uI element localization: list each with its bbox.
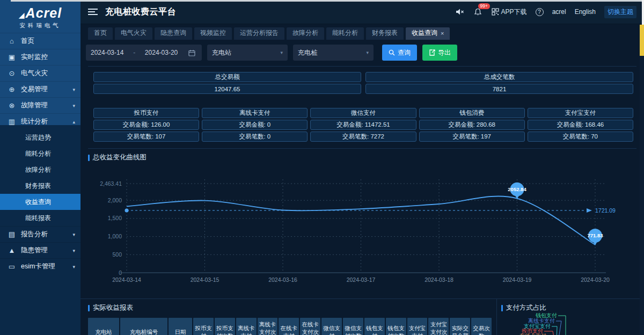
station-select[interactable]: 充电站 ▾: [207, 45, 288, 61]
tab-close-icon[interactable]: ×: [441, 30, 444, 37]
revenue-chart-title: 总收益变化曲线图: [88, 153, 644, 162]
notification-bell-icon[interactable]: 99+: [473, 7, 483, 17]
payment-card-count: 交易笔数: 107: [93, 132, 199, 142]
tab-故障分析[interactable]: 故障分析: [287, 27, 324, 40]
search-icon: [389, 49, 395, 56]
summary-card-value: 7821: [365, 84, 633, 94]
svg-text:2024-03-18: 2024-03-18: [425, 276, 453, 283]
date-start[interactable]: 2024-03-14: [91, 49, 123, 56]
table-column-交易次数: 交易次数: [471, 318, 492, 335]
help-icon[interactable]: ?: [536, 8, 544, 16]
mute-icon[interactable]: [455, 7, 465, 17]
pile-select[interactable]: 充电桩 ▾: [293, 45, 374, 61]
sidebar-subitem-能耗分析[interactable]: 能耗分析: [0, 145, 80, 162]
tab-首页[interactable]: 首页: [88, 27, 113, 40]
scrollbar-track-top: [642, 0, 644, 25]
title-accent-bar: [501, 305, 503, 311]
sidebar-item-隐患管理[interactable]: ▲隐患管理▾: [0, 242, 80, 258]
date-end[interactable]: 2024-03-20: [145, 49, 178, 56]
svg-text:2024-03-20: 2024-03-20: [581, 276, 610, 283]
table-column-充电站: 充电站: [88, 318, 119, 335]
query-button[interactable]: 查询: [382, 45, 417, 61]
page-title: 充电桩收费云平台: [105, 6, 176, 18]
summary-card: 总交易额12047.65: [93, 72, 361, 94]
transaction-icon: ⊕: [8, 85, 16, 93]
sidebar-menu: ⌂首页▣实时监控⊙电气火灾⊕交易管理▾⊗故障管理▾▥统计分析▴: [0, 33, 80, 129]
collapse-menu-icon[interactable]: [88, 9, 98, 15]
svg-text:500: 500: [112, 251, 122, 258]
sidebar-item-报告分析[interactable]: ▤报告分析▾: [0, 226, 80, 242]
tab-视频监控[interactable]: 视频监控: [194, 27, 232, 40]
chevron-down-icon: ▾: [72, 87, 75, 92]
sidebar-subitem-收益查询[interactable]: 收益查询: [0, 194, 80, 210]
tab-收益查询[interactable]: 收益查询×: [406, 27, 450, 40]
payment-cards: 投币支付交易金额: 126.00交易笔数: 107离线卡支付交易金额: 0交易笔…: [80, 98, 644, 148]
svg-text:2,463.41: 2,463.41: [100, 180, 122, 187]
username[interactable]: acrel: [552, 8, 566, 16]
summary-card-value: 12047.65: [93, 84, 361, 94]
sidebar-item-实时监控[interactable]: ▣实时监控: [0, 49, 80, 65]
top-bar: 充电桩收费云平台 99+ APP下载 ? acrel English 切换主题: [80, 0, 644, 24]
calendar-icon[interactable]: [187, 48, 197, 57]
chevron-down-icon: ▾: [72, 232, 75, 237]
chevron-down-icon: ▾: [72, 248, 75, 253]
sidebar-item-电气火灾[interactable]: ⊙电气火灾: [0, 65, 80, 81]
table-column-在线卡支付次数: 在线卡支付次数: [300, 318, 320, 335]
svg-text:在线卡支付: 在线卡支付: [519, 333, 546, 335]
payment-pie-chart: 钱包支付离线卡支付支付宝支付投币支付在线卡支付: [501, 312, 635, 335]
sidebar-subitem-财务报表[interactable]: 财务报表: [0, 178, 80, 194]
topbar-actions: 99+ APP下载 ? acrel English 切换主题: [455, 6, 636, 18]
tab-财务报表[interactable]: 财务报表: [366, 27, 404, 40]
tab-label: 电气火灾: [121, 28, 147, 38]
chevron-up-icon: ▴: [72, 119, 75, 125]
tab-label: 收益查询: [412, 28, 437, 38]
sidebar-item-首页[interactable]: ⌂首页: [0, 33, 80, 49]
summary-card: 总成交笔数7821: [365, 72, 633, 94]
language-switch[interactable]: English: [575, 8, 596, 16]
fault-icon: ⊗: [8, 101, 16, 110]
sidebar-item-label: 统计分析: [21, 117, 48, 126]
title-accent-bar: [88, 155, 90, 161]
fire-icon: ⊙: [8, 69, 16, 77]
sidebar-item-label: esim卡管理: [21, 262, 55, 271]
table-column-实际交易金额: 实际交易金额: [450, 318, 470, 335]
tab-电气火灾[interactable]: 电气火灾: [115, 27, 152, 40]
app-download-button[interactable]: APP下载: [492, 8, 527, 17]
tab-label: 隐患查询: [160, 28, 186, 38]
sidebar-item-交易管理[interactable]: ⊕交易管理▾: [0, 81, 80, 97]
sidebar-item-label: 故障管理: [21, 101, 48, 110]
sidebar-item-统计分析[interactable]: ▥统计分析▴: [0, 113, 80, 129]
tab-能耗分析[interactable]: 能耗分析: [326, 27, 364, 40]
sidebar-subitem-能耗报表[interactable]: 能耗报表: [0, 210, 80, 226]
sidebar-item-故障管理[interactable]: ⊗故障管理▾: [0, 97, 80, 113]
sidebar-subitem-运营趋势[interactable]: 运营趋势: [0, 129, 80, 145]
qr-code-icon: [492, 8, 499, 16]
sidebar-item-esim卡管理[interactable]: ▭esim卡管理▾: [0, 258, 80, 274]
sidebar-item-label: 交易管理: [21, 85, 48, 94]
svg-text:2024-03-15: 2024-03-15: [191, 276, 219, 283]
export-button-label: 导出: [438, 48, 451, 57]
sidebar-subitem-故障分析[interactable]: 故障分析: [0, 162, 80, 178]
table-column-投币支付: 投币支付: [193, 318, 214, 335]
sidebar-item-label: 首页: [21, 37, 34, 46]
payment-card-amount: 交易金额: 0: [202, 120, 308, 130]
tab-隐患查询[interactable]: 隐患查询: [155, 27, 192, 40]
scrollbar-thumb[interactable]: [640, 25, 644, 56]
date-range-input[interactable]: 2024-03-14 - 2024-03-20: [86, 45, 202, 61]
table-column-钱包支付次数: 钱包支付次数: [386, 318, 406, 335]
payment-card-amount: 交易金额: 168.46: [528, 120, 633, 130]
payment-card-count: 交易笔数: 0: [202, 132, 308, 142]
tab-label: 故障分析: [292, 28, 318, 38]
tab-运营分析报告[interactable]: 运营分析报告: [234, 27, 284, 40]
table-column-微信支付: 微信支付: [321, 318, 342, 335]
brand-logo: ◢Acrel 安科瑞电气: [0, 0, 80, 33]
export-button[interactable]: 导出: [422, 45, 457, 61]
tab-bar: 首页电气火灾隐患查询视频监控运营分析报告故障分析能耗分析财务报表收益查询×: [80, 24, 644, 40]
table-column-投币支付次数: 投币支付次数: [215, 318, 235, 335]
revenue-table-header: 充电站充电桩编号日期投币支付投币支付次数离线卡支付离线卡支付次数在线卡支付在线卡…: [88, 318, 492, 335]
payment-card-title: 支付宝支付: [528, 108, 633, 118]
summary-cards: 总交易额12047.65总成交笔数7821: [80, 67, 644, 98]
scrollbar-track: [640, 56, 644, 335]
theme-toggle[interactable]: 切换主题: [604, 6, 636, 18]
svg-text:2024-03-14: 2024-03-14: [112, 276, 141, 283]
